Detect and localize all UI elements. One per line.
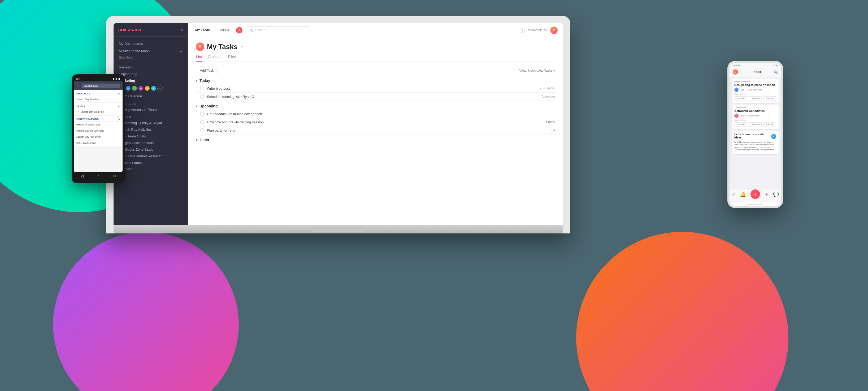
- team-avatars-row: A B C D E F +: [114, 84, 188, 93]
- logo-text: asana: [128, 27, 142, 33]
- add-tab-button[interactable]: +: [750, 189, 760, 199]
- android-task-item[interactable]: Launch Day Blog Post: [74, 109, 123, 115]
- laptop-device: asana ✕ My Dashboards Mission to the Moo…: [106, 16, 570, 234]
- search-bar[interactable]: 🔍 Search: [247, 26, 310, 34]
- inbox-tab-icon[interactable]: 🔔: [740, 191, 746, 199]
- sidebar-header: asana ✕: [114, 23, 188, 37]
- android-projects-header: Projects ⬡: [74, 90, 123, 96]
- tasks-icon: ✓: [118, 105, 120, 108]
- task-row: Schedule meeting with Ryan O. Tomorrow: [196, 93, 555, 101]
- tab-files[interactable]: Files: [228, 55, 236, 62]
- ios-bottom-bar: ✓ 🔔 + ⊞ 💬: [730, 189, 781, 202]
- sidebar-item-dashboards[interactable]: My Dashboards: [114, 40, 188, 48]
- back-nav-button[interactable]: ◁: [81, 174, 84, 178]
- sidebar-item-mission[interactable]: Mission to the Moon ★: [114, 48, 188, 55]
- add-button[interactable]: +: [236, 27, 243, 33]
- ios-search-icon[interactable]: 🔍: [773, 70, 778, 74]
- page-title-dot: •: [241, 44, 243, 50]
- ios-header-dropdown-icon[interactable]: ▾: [740, 71, 740, 73]
- section-later: ▶ Later: [196, 138, 555, 142]
- sidebar-item-marketing[interactable]: Marketing: [114, 77, 188, 84]
- logo-dot-mid: [120, 29, 122, 31]
- chat-tab-icon[interactable]: 💬: [773, 191, 779, 199]
- notif-user-row: R Ryan O. ♥ your comment: [734, 88, 776, 92]
- inbox-button[interactable]: INBOX: [218, 27, 232, 33]
- task-checkbox[interactable]: [200, 120, 204, 124]
- task-toolbar: Add Task View: Incomplete Tasks ▾: [196, 67, 555, 74]
- notif-time: Today 1:41am: [734, 119, 776, 121]
- tasks-tab-icon[interactable]: ✓: [732, 191, 736, 199]
- close-icon[interactable]: ✕: [180, 27, 184, 32]
- sidebar-item-recruiting[interactable]: Recruiting: [114, 64, 188, 70]
- project-blackhole[interactable]: Black Hole Market Research: [114, 153, 188, 159]
- unfollow-button[interactable]: Unfollow: [734, 122, 747, 127]
- android-screen: ← Launch Day Projects ⬡ Launch Day Activ…: [74, 82, 123, 172]
- project-weekly[interactable]: Weekly Astronauts Team: [114, 107, 188, 113]
- my-tasks-button[interactable]: MY TASKS: [193, 27, 214, 33]
- project-goldilocks[interactable]: Goldilocks Zone Study: [114, 146, 188, 153]
- notification-video-ideas: Let's brainstorm video ideas B To build …: [732, 130, 779, 154]
- home-nav-button[interactable]: ○: [97, 174, 99, 178]
- date-tag: Today: [547, 87, 555, 90]
- android-project-item[interactable]: Launch Day Activities: [74, 96, 123, 102]
- task-checkbox[interactable]: [200, 86, 204, 90]
- project-team-goals[interactable]: 2016 Team Goals: [114, 133, 188, 140]
- topbar: MY TASKS INBOX + 🔍 Search ? Moonrock Co.…: [188, 23, 563, 37]
- grid-tab-icon[interactable]: ⊞: [765, 191, 769, 199]
- collapse-today-icon[interactable]: ▾: [196, 79, 197, 83]
- help-icon[interactable]: ?: [520, 28, 525, 33]
- comment-button[interactable]: Comment: [749, 96, 762, 101]
- add-project-icon[interactable]: +: [181, 102, 183, 105]
- comment-button[interactable]: Comment: [749, 122, 762, 127]
- see-more-link[interactable]: See More: [114, 55, 188, 60]
- android-conv-item[interactable]: 3,2,1, Launch Day: [74, 140, 123, 146]
- project-meeting[interactable]: Meeting: [114, 113, 188, 120]
- view-filter-button[interactable]: View: Incomplete Tasks ▾: [520, 69, 555, 72]
- search-placeholder: Search: [255, 28, 265, 32]
- ios-header: M ▾ Inbox 🔍: [730, 67, 781, 77]
- android-search-input[interactable]: Launch Day: [82, 84, 120, 88]
- unfollow-button[interactable]: Unfollow: [734, 96, 747, 101]
- project-11-meeting[interactable]: 1:1 Meeting - Emily & Skylar: [114, 120, 188, 126]
- bg-decoration-purple: [53, 232, 239, 391]
- tab-calendar[interactable]: Calendar: [208, 55, 223, 62]
- project-website[interactable]: Website Launch: [114, 159, 188, 166]
- task-checkbox[interactable]: [200, 94, 204, 99]
- sidebar-nav: My Dashboards Mission to the Moon ★ See …: [114, 37, 188, 64]
- android-conv-header: Conversations 💬: [74, 116, 123, 122]
- android-conv-item[interactable]: Launch Day Film Crew: [74, 134, 123, 140]
- task-checkbox[interactable]: [200, 128, 204, 132]
- task-meta: 5 ♥: [550, 128, 555, 132]
- notif-title[interactable]: Design flag to place on moon: [734, 83, 776, 87]
- task-row: Get feedback on launch day speech: [196, 110, 555, 118]
- section-today: ▾ Today: [196, 79, 555, 83]
- see-more-projects[interactable]: See More: [114, 166, 188, 172]
- home-indicator: [747, 204, 763, 205]
- projects-section-label: PROJECTS +: [114, 99, 188, 107]
- add-task-button[interactable]: Add Task: [196, 67, 218, 74]
- heart-icon: ♥: [748, 89, 749, 91]
- project-launch-activities[interactable]: Launch Day Activities: [114, 126, 188, 133]
- sidebar-item-calendar[interactable]: Team Calendar: [114, 93, 188, 99]
- archive-button[interactable]: Archive: [763, 122, 776, 127]
- sidebar-item-engineering[interactable]: Engineering: [114, 70, 188, 77]
- project-oxygen[interactable]: Oxygen Office on Mars: [114, 140, 188, 146]
- logo-dot-small: [118, 30, 119, 31]
- android-conv-item[interactable]: Excited for launch day!: [74, 122, 123, 128]
- add-member-button[interactable]: +: [157, 85, 163, 91]
- task-meta: 2 ♥ Today: [539, 87, 555, 90]
- section-today-title: Today: [199, 79, 210, 83]
- back-icon[interactable]: ←: [76, 84, 80, 88]
- user-avatar[interactable]: M: [550, 27, 558, 34]
- android-conv-item[interactable]: Internal Launch Day Party: [74, 128, 123, 134]
- task-checkbox[interactable]: [200, 112, 204, 116]
- archive-button[interactable]: Archive: [763, 96, 776, 101]
- ios-header-avatar: M: [733, 69, 738, 74]
- collapse-later-icon[interactable]: ▶: [196, 138, 198, 142]
- tab-list[interactable]: List: [196, 55, 203, 62]
- recents-nav-button[interactable]: □: [114, 174, 116, 178]
- notif-title[interactable]: Astronaut Candidates: [734, 109, 776, 113]
- page-user-avatar: M: [196, 42, 204, 51]
- notif-title[interactable]: Let's brainstorm video ideas: [734, 132, 771, 139]
- collapse-upcoming-icon[interactable]: ▾: [196, 104, 197, 108]
